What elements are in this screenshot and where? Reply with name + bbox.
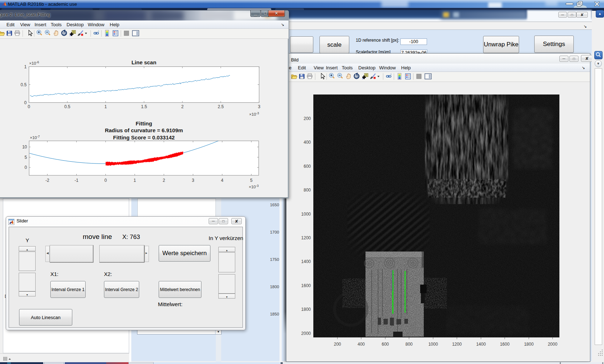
svg-text:1.5: 1.5 (141, 104, 147, 109)
svg-text:400: 400 (304, 140, 311, 145)
svg-text:1: 1 (133, 178, 136, 183)
svg-text:1000: 1000 (301, 212, 311, 217)
svg-text:1000: 1000 (428, 342, 438, 347)
svg-text:Line scan: Line scan (131, 59, 156, 65)
svg-text:1800: 1800 (301, 307, 311, 312)
svg-text:1: 1 (104, 104, 107, 109)
svg-text:1200: 1200 (301, 235, 311, 240)
svg-text:×10-3: ×10-3 (249, 184, 259, 189)
svg-text:600: 600 (382, 342, 389, 347)
svg-text:800: 800 (405, 342, 413, 347)
svg-text:4: 4 (221, 178, 223, 183)
svg-text:5: 5 (250, 178, 253, 183)
svg-text:1400: 1400 (476, 342, 486, 347)
svg-text:2: 2 (163, 178, 165, 183)
svg-text:200: 200 (304, 116, 311, 121)
svg-text:×10-6: ×10-6 (29, 60, 39, 65)
svg-text:-1: -1 (74, 178, 78, 183)
svg-text:1800: 1800 (524, 342, 534, 347)
svg-text:400: 400 (358, 342, 365, 347)
svg-text:0: 0 (104, 178, 107, 183)
svg-text:2.5: 2.5 (218, 104, 224, 109)
svg-text:1: 1 (24, 64, 27, 69)
svg-text:0.5: 0.5 (64, 104, 71, 109)
svg-text:Fitting: Fitting (136, 120, 152, 126)
svg-text:2000: 2000 (548, 342, 558, 347)
svg-text:0: 0 (24, 165, 27, 170)
svg-text:3: 3 (258, 104, 260, 109)
svg-text:2: 2 (181, 104, 184, 109)
svg-text:0.5: 0.5 (21, 82, 27, 87)
svg-text:-2: -2 (45, 178, 49, 183)
svg-text:×10-7: ×10-7 (30, 135, 40, 140)
svg-text:Fitting Score = 0.033142: Fitting Score = 0.033142 (113, 134, 174, 140)
svg-text:200: 200 (334, 342, 341, 347)
svg-text:2000: 2000 (301, 331, 311, 336)
svg-text:3: 3 (192, 178, 194, 183)
svg-text:1600: 1600 (500, 342, 510, 347)
svg-text:1200: 1200 (452, 342, 462, 347)
svg-text:10: 10 (22, 144, 27, 149)
svg-text:0: 0 (24, 100, 27, 105)
svg-text:5: 5 (24, 155, 27, 160)
svg-text:600: 600 (304, 164, 311, 169)
svg-text:Radius of curvature = 6.9109m: Radius of curvature = 6.9109m (105, 127, 183, 133)
svg-text:×10-3: ×10-3 (249, 111, 259, 116)
svg-text:0: 0 (28, 104, 30, 109)
svg-text:800: 800 (304, 188, 311, 193)
svg-text:1600: 1600 (301, 283, 311, 288)
svg-text:1400: 1400 (301, 259, 311, 264)
